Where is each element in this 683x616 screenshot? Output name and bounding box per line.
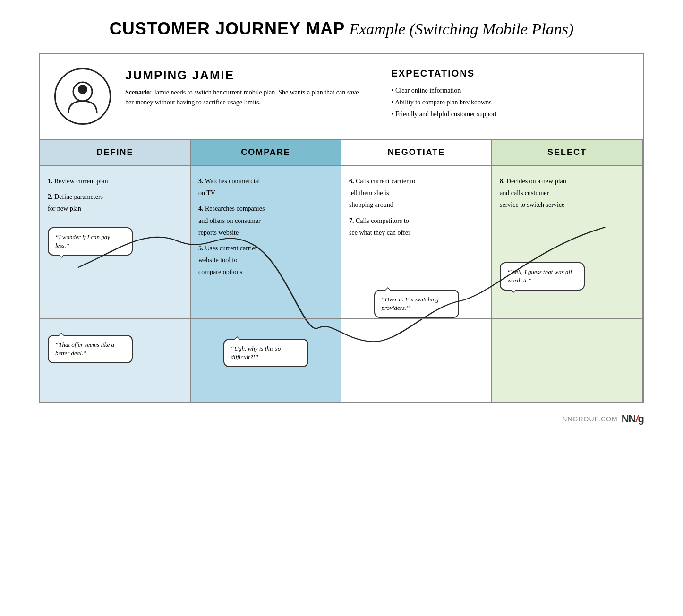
persona-name: JUMPING JAMIE <box>125 68 363 83</box>
page-title: CUSTOMER JOURNEY MAP Example (Switching … <box>28 19 655 39</box>
define-step-1: 1. Review current plan <box>48 175 182 187</box>
expectations-title: EXPECTATIONS <box>392 68 629 79</box>
main-frame: JUMPING JAMIE Scenario: Jamie needs to s… <box>39 53 644 403</box>
expectation-item-2: Ability to compare plan breakdowns <box>392 96 629 108</box>
phases-row: DEFINE 1. Review current plan 2. Define … <box>40 140 643 403</box>
svg-point-1 <box>78 85 87 94</box>
phase-negotiate: NEGOTIATE 6. Calls current carrier totel… <box>342 140 492 402</box>
avatar-svg <box>61 75 104 118</box>
phase-define-content: 1. Review current plan 2. Define paramet… <box>40 166 190 402</box>
title-italic: Example (Switching Mobile Plans) <box>349 20 573 38</box>
phase-compare: COMPARE 3. Watches commercialon TV 4. Re… <box>191 140 342 402</box>
persona-avatar <box>54 68 111 125</box>
branding-site: NNGROUP.COM <box>562 415 617 423</box>
persona-section: JUMPING JAMIE Scenario: Jamie needs to s… <box>40 54 643 140</box>
persona-scenario: Scenario: Jamie needs to switch her curr… <box>125 87 363 107</box>
negotiate-step-6: 6. Calls current carrier totell them she… <box>349 175 484 211</box>
phase-compare-content: 3. Watches commercialon TV 4. Researches… <box>191 166 341 402</box>
phase-define-header: DEFINE <box>40 140 190 166</box>
phase-negotiate-content: 6. Calls current carrier totell them she… <box>342 166 491 402</box>
compare-step-4: 4. Researches companiesand offers on con… <box>198 203 333 239</box>
phase-negotiate-header: NEGOTIATE <box>342 140 491 166</box>
select-bubble-1: “Well, I guess that was all worth it.” <box>500 262 585 291</box>
expectations-section: EXPECTATIONS Clear online information Ab… <box>392 68 629 125</box>
negotiate-steps: 6. Calls current carrier totell them she… <box>349 175 484 239</box>
phase-select-content: 8. Decides on a new planand calls custom… <box>492 166 642 402</box>
define-steps: 1. Review current plan 2. Define paramet… <box>48 175 182 215</box>
negotiate-step-7: 7. Calls competitors tosee what they can… <box>349 215 484 239</box>
phase-select-header: SELECT <box>492 140 642 166</box>
scenario-text: Jamie needs to switch her current mobile… <box>125 89 359 106</box>
select-steps: 8. Decides on a new planand calls custom… <box>500 175 634 211</box>
select-step-8: 8. Decides on a new planand calls custom… <box>500 175 634 211</box>
compare-bubble-1: “Ugh, why is this so difficult?!” <box>223 339 308 367</box>
compare-step-3: 3. Watches commercialon TV <box>198 175 333 199</box>
expectations-list: Clear online information Ability to comp… <box>392 85 629 120</box>
phase-define: DEFINE 1. Review current plan 2. Define … <box>40 140 191 402</box>
branding-logo: NN/g <box>622 413 644 425</box>
phase-compare-header: COMPARE <box>191 140 341 166</box>
define-bubble-2: “That offer seems like a better deal.” <box>48 335 133 363</box>
compare-step-5: 5. Uses current carrierwebsite tool toco… <box>198 242 333 278</box>
phase-select: SELECT 8. Decides on a new planand calls… <box>492 140 643 402</box>
define-bubble-1: “I wonder if I can pay less.” <box>48 227 133 256</box>
branding: NNGROUP.COM NN/g <box>39 403 644 425</box>
scenario-label: Scenario: <box>125 89 152 96</box>
expectation-item-3: Friendly and helpful customer support <box>392 108 629 120</box>
negotiate-bubble-1: “Over it. I’m switching providers.” <box>374 290 459 318</box>
title-bold: CUSTOMER JOURNEY MAP <box>110 19 345 38</box>
define-step-2: 2. Define parametersfor new plan <box>48 191 182 214</box>
compare-steps: 3. Watches commercialon TV 4. Researches… <box>198 175 333 278</box>
expectation-item-1: Clear online information <box>392 85 629 96</box>
persona-info: JUMPING JAMIE Scenario: Jamie needs to s… <box>125 68 377 125</box>
